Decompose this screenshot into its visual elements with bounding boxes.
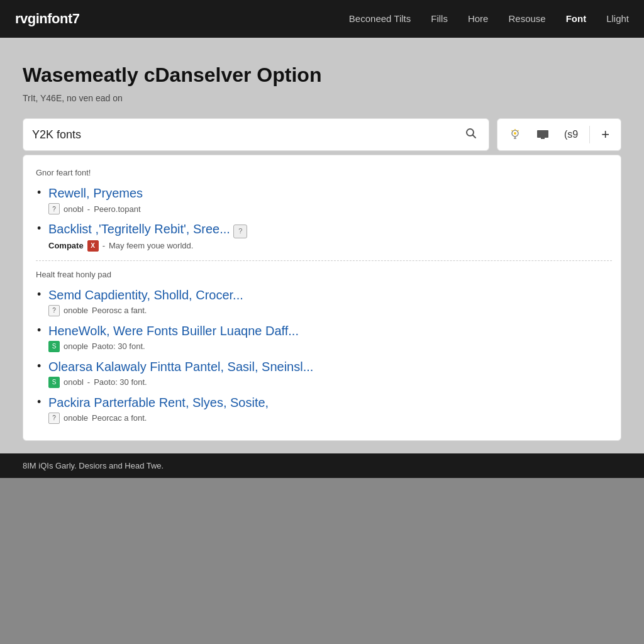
nav-item-beconeed[interactable]: Beconeed Tilts [349,13,411,25]
meta-icon-x: X [87,240,99,252]
meta-icon-s: S [48,341,60,352]
nav-item-llight[interactable]: Llight [606,13,629,25]
result-meta: S onobl - Paoto: 30 font. [48,377,612,388]
section1-label: Gnor feart font! [36,168,612,177]
result-meta: Compate X - May feem youe worldd. [48,240,612,252]
svg-line-8 [511,130,513,131]
lightbulb-icon [509,128,521,141]
logo: rvginfont7 [15,11,80,27]
meta-icon-question: ? [48,305,60,316]
search-box[interactable] [23,118,489,151]
result-title: Packira Parterfable Rent, Slyes, Sosite, [48,394,612,411]
result-meta: ? onobl - Peero.topant [48,203,612,214]
page-title: Wasemeatly cDanselver Option [23,63,621,87]
result-title: HeneWolk, Were Fonts Builler Luaqne Daff… [48,323,612,339]
toolbar-label: (s9 [564,129,578,140]
nav-links: Beconeed Tilts Fills Hore Resouse Font L… [349,13,629,25]
meta-sep: - [103,241,105,250]
meta-sep: - [87,377,90,387]
section2-label: Healt freat honly pad [36,270,612,279]
list-item[interactable]: Backlist ,'Tegritelly Rebit', Sree... ? … [48,221,612,251]
result-meta: ? onoble Peorcac a font. [48,413,612,424]
list-item[interactable]: Rewell, Pryemes ? onobl - Peero.topant [48,185,612,214]
meta-bold: Compate [48,241,84,250]
svg-point-5 [514,132,516,135]
add-button[interactable]: + [595,123,616,147]
list-item[interactable]: Olearsa Kalawaly Fintta Pantel, Sasil, S… [48,358,612,388]
meta-icon-s: S [48,377,60,388]
meta-icon-question: ? [48,413,60,424]
meta-desc: Paoto: 30 font. [94,377,147,387]
toolbar: (s9 + [497,118,621,151]
svg-line-7 [518,130,519,131]
search-button[interactable] [462,125,480,145]
result-title: Backlist ,'Tegritelly Rebit', Sree... ? [48,221,612,238]
list-item[interactable]: HeneWolk, Were Fonts Builler Luaqne Daff… [48,323,612,352]
nav-item-hore[interactable]: Hore [468,13,489,25]
svg-line-1 [472,135,475,138]
screen-button[interactable] [530,126,555,143]
meta-desc: Peorcac a font. [92,413,147,423]
result-title: Semd Capdientity, Sholld, Crocer... [48,287,612,303]
result-title: Olearsa Kalawaly Fintta Pantel, Sasil, S… [48,358,612,375]
dropdown-scroll[interactable]: Gnor feart font! Rewell, Pryemes ? onobl… [23,155,621,440]
navbar: rvginfont7 Beconeed Tilts Fills Hore Res… [0,0,644,38]
page-subtitle: TrIt, Y46E, no ven ead on [23,93,621,103]
nav-item-fills[interactable]: Fills [431,13,448,25]
list-item[interactable]: Semd Capdientity, Sholld, Crocer... ? on… [48,287,612,316]
search-icon [465,127,477,140]
meta-label: onobl [64,204,84,214]
label-button[interactable]: (s9 [558,125,584,144]
meta-icon-question: ? [48,203,60,214]
list-item[interactable]: Packira Parterfable Rent, Slyes, Sosite,… [48,394,612,424]
search-input[interactable] [32,128,462,142]
screen-icon [536,130,549,140]
bottom-bar: 8IM iQIs Garly. Desiors and Head Twe. [0,453,644,478]
meta-desc: Peorosc a fant. [92,306,147,315]
lightbulb-button[interactable] [502,125,528,145]
svg-rect-9 [537,130,548,138]
meta-sep: - [87,204,90,214]
main-content: Wasemeatly cDanselver Option TrIt, Y46E,… [0,38,644,453]
meta-label: onoble [64,413,88,423]
nav-item-resouse[interactable]: Resouse [508,13,545,25]
meta-label: onobl [64,377,84,387]
result-meta: ? onoble Peorosc a fant. [48,305,612,316]
meta-label: onoble [64,306,88,315]
meta-desc: Peero.topant [94,204,140,214]
search-row: (s9 + [23,118,621,151]
result-meta: S onople Paoto: 30 font. [48,341,612,352]
section-divider [36,260,612,261]
dropdown: Gnor feart font! Rewell, Pryemes ? onobl… [23,155,621,440]
result-title: Rewell, Pryemes [48,185,612,201]
meta-desc: May feem youe worldd. [109,241,193,250]
meta-desc: Paoto: 30 font. [92,341,145,351]
nav-item-font[interactable]: Font [566,13,586,25]
badge-question: ? [233,225,247,238]
bottom-bar-text: 8IM iQIs Garly. Desiors and Head Twe. [23,461,164,470]
toolbar-divider [589,126,590,143]
meta-label: onople [64,341,88,351]
